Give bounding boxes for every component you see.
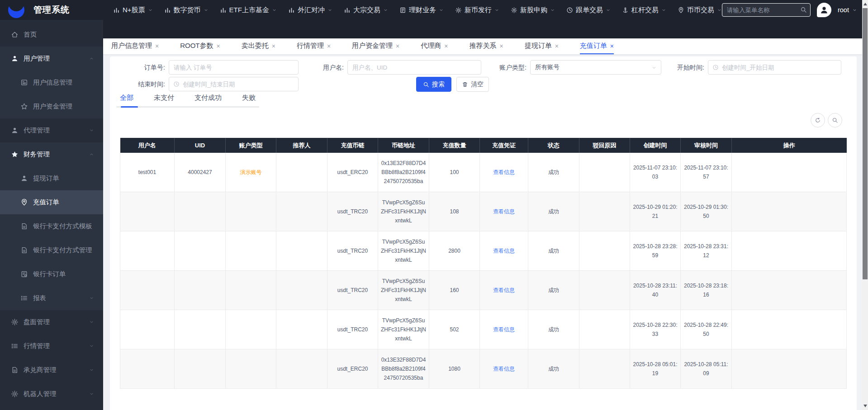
scroll-down-arrow-icon[interactable] xyxy=(863,405,867,407)
status-tab[interactable]: 全部 xyxy=(120,94,133,108)
tab-item[interactable]: 推荐关系× xyxy=(469,38,503,54)
chevron-down-icon xyxy=(717,8,722,13)
tab-item[interactable]: 行情管理× xyxy=(297,38,331,54)
cell-reviewed-at: 2025-11-07 23:10:57 xyxy=(681,153,732,192)
user-menu[interactable]: root xyxy=(838,6,857,14)
status-tab[interactable]: 支付成功 xyxy=(194,94,222,108)
tab-item[interactable]: 充值订单× xyxy=(580,38,614,54)
nav-item[interactable]: 币币交易 xyxy=(678,6,722,14)
chevron-down-icon xyxy=(272,8,277,13)
scroll-up-arrow-icon[interactable] xyxy=(863,3,867,5)
cell-username xyxy=(120,271,175,310)
close-icon[interactable]: × xyxy=(555,43,559,49)
cell-voucher: 查看信息 xyxy=(480,271,528,310)
chevron-down-icon xyxy=(204,8,209,13)
tab-label: 代理商 xyxy=(421,42,441,50)
nav-item[interactable]: 新股申购 xyxy=(511,6,555,14)
close-icon[interactable]: × xyxy=(499,43,503,49)
sidebar-item[interactable]: 盘面管理 xyxy=(0,310,103,334)
chevron-down-icon xyxy=(661,8,666,13)
close-icon[interactable]: × xyxy=(217,43,220,49)
sidebar-item-label: 用户信息管理 xyxy=(33,78,72,87)
close-icon[interactable]: × xyxy=(610,43,614,49)
sidebar-item[interactable]: 用户管理 xyxy=(0,47,103,71)
close-icon[interactable]: × xyxy=(444,43,448,49)
gear-icon xyxy=(11,390,19,398)
nav-item[interactable]: ETF上市基金 xyxy=(220,6,277,14)
voucher-link[interactable]: 查看信息 xyxy=(493,248,515,254)
cell-uid xyxy=(175,349,226,389)
sidebar-item[interactable]: 承兑商管理 xyxy=(0,358,103,382)
avatar[interactable] xyxy=(817,3,831,17)
sidebar-item[interactable]: 行情管理 xyxy=(0,334,103,358)
nav-item-label: 新币发行 xyxy=(465,6,492,14)
cell-username: test001 xyxy=(120,153,175,192)
table-search-button[interactable] xyxy=(828,113,842,127)
start-time-input[interactable] xyxy=(708,60,841,75)
sidebar-item[interactable]: 财务管理 xyxy=(0,142,103,166)
nav-item[interactable]: 新币发行 xyxy=(455,6,499,14)
sidebar-item[interactable]: 首页 xyxy=(0,23,103,47)
vertical-scrollbar[interactable] xyxy=(862,0,868,410)
close-icon[interactable]: × xyxy=(155,43,159,49)
cell-username xyxy=(120,349,175,389)
nav-item[interactable]: 跟单交易 xyxy=(566,6,611,14)
sidebar-item[interactable]: 银行卡订单 xyxy=(0,262,103,286)
tab-item[interactable]: 用户资金管理× xyxy=(352,38,399,54)
cell-address: TVwpPcX5gZ6SuZHFc31FkHK1JtjNxntwkL xyxy=(378,310,429,349)
refresh-button[interactable] xyxy=(811,113,825,127)
scrollbar-thumb[interactable] xyxy=(863,8,868,279)
nav-item-label: 数字货币 xyxy=(174,6,201,14)
cell-reject-reason xyxy=(579,271,630,310)
status-tab[interactable]: 未支付 xyxy=(154,94,174,108)
order-no-input[interactable] xyxy=(169,60,299,75)
table-row: usdt_TRC20TVwpPcX5gZ6SuZHFc31FkHK1JtjNxn… xyxy=(120,271,847,310)
clear-button[interactable]: 清空 xyxy=(456,77,489,92)
sidebar-item[interactable]: 充值订单 xyxy=(0,190,103,214)
tab-item[interactable]: 卖出委托× xyxy=(242,38,275,54)
search-button[interactable]: 搜索 xyxy=(416,77,451,92)
voucher-link[interactable]: 查看信息 xyxy=(493,208,515,215)
cell-chain: usdt_TRC20 xyxy=(327,192,378,231)
sidebar-item[interactable]: 用户信息管理 xyxy=(0,71,103,94)
end-time-input[interactable] xyxy=(169,77,299,91)
voucher-link[interactable]: 查看信息 xyxy=(493,326,515,333)
sidebar-item[interactable]: 报表 xyxy=(0,286,103,310)
sidebar-item[interactable]: 用户资金管理 xyxy=(0,94,103,118)
sidebar-item[interactable]: 提现订单 xyxy=(0,166,103,190)
tab-item[interactable]: 提现订单× xyxy=(525,38,559,54)
tab-item[interactable]: 用户信息管理× xyxy=(111,38,159,54)
search-icon xyxy=(423,81,429,88)
sidebar-item[interactable]: 银行卡支付方式管理 xyxy=(0,238,103,262)
close-icon[interactable]: × xyxy=(272,43,275,49)
nav-item[interactable]: 杠杆交易 xyxy=(622,6,666,14)
column-header: UID xyxy=(175,138,226,153)
menu-search-input[interactable] xyxy=(722,3,811,17)
sidebar-item[interactable]: 代理管理 xyxy=(0,118,103,142)
nav-item[interactable]: 外汇对冲 xyxy=(288,6,332,14)
username-input[interactable] xyxy=(347,60,481,75)
nav-item[interactable]: 大宗交易 xyxy=(344,6,388,14)
gear-icon xyxy=(511,7,517,14)
status-tab[interactable]: 失败 xyxy=(242,94,256,108)
cell-uid: 40002427 xyxy=(175,153,226,192)
tab-item[interactable]: ROOT参数× xyxy=(180,38,220,54)
person-icon xyxy=(11,127,19,134)
voucher-link[interactable]: 查看信息 xyxy=(493,169,515,175)
close-icon[interactable]: × xyxy=(396,43,399,49)
sidebar-item[interactable]: 机器人管理 xyxy=(0,382,103,406)
sidebar-item[interactable]: 银行卡支付方式模板 xyxy=(0,214,103,238)
close-icon[interactable]: × xyxy=(327,43,331,49)
voucher-link[interactable]: 查看信息 xyxy=(493,287,515,293)
column-header: 审核时间 xyxy=(681,138,732,153)
account-type-select[interactable]: 所有账号 xyxy=(530,60,661,75)
tab-item[interactable]: 代理商× xyxy=(421,38,448,54)
cell-created-at: 2025-10-28 23:11:40 xyxy=(630,271,681,310)
nav-item[interactable]: 数字货币 xyxy=(164,6,209,14)
voucher-link[interactable]: 查看信息 xyxy=(493,366,515,372)
tab-label: 推荐关系 xyxy=(469,42,496,50)
cell-reviewed-at: 2025-10-28 22:49:50 xyxy=(681,310,732,349)
nav-item[interactable]: 理财业务 xyxy=(399,6,444,14)
nav-item[interactable]: N+股票 xyxy=(113,6,153,14)
nav-item-label: 大宗交易 xyxy=(353,6,380,14)
